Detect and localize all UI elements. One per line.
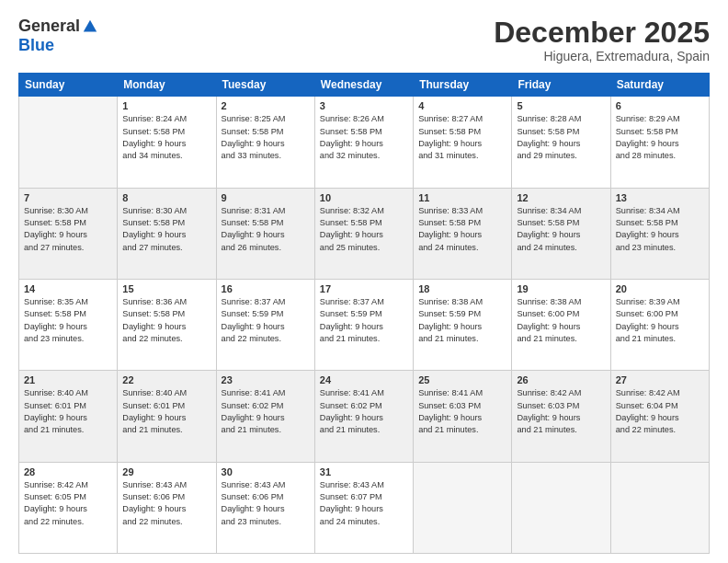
table-row: 28Sunrise: 8:42 AM Sunset: 6:05 PM Dayli… — [19, 462, 118, 553]
day-info: Sunrise: 8:39 AM Sunset: 6:00 PM Dayligh… — [616, 296, 704, 345]
table-row: 18Sunrise: 8:38 AM Sunset: 5:59 PM Dayli… — [414, 279, 512, 370]
day-number: 2 — [222, 100, 310, 111]
day-number: 26 — [517, 374, 605, 385]
table-row: 5Sunrise: 8:28 AM Sunset: 5:58 PM Daylig… — [512, 97, 610, 188]
day-info: Sunrise: 8:37 AM Sunset: 5:59 PM Dayligh… — [320, 296, 408, 345]
day-number: 6 — [616, 100, 704, 111]
day-number: 5 — [517, 100, 605, 111]
day-number: 16 — [222, 283, 310, 294]
logo-blue-text: Blue — [18, 36, 54, 55]
day-info: Sunrise: 8:43 AM Sunset: 6:06 PM Dayligh… — [222, 479, 310, 528]
day-number: 3 — [320, 100, 408, 111]
location: Higuera, Extremadura, Spain — [494, 49, 710, 63]
day-info: Sunrise: 8:41 AM Sunset: 6:02 PM Dayligh… — [222, 387, 310, 436]
calendar-week-row: 14Sunrise: 8:35 AM Sunset: 5:58 PM Dayli… — [19, 279, 710, 370]
table-row: 1Sunrise: 8:24 AM Sunset: 5:58 PM Daylig… — [118, 97, 216, 188]
table-row — [19, 97, 118, 188]
logo-general: General — [18, 17, 80, 36]
day-info: Sunrise: 8:38 AM Sunset: 6:00 PM Dayligh… — [517, 296, 605, 345]
month-title: December 2025 — [494, 17, 710, 49]
table-row: 15Sunrise: 8:36 AM Sunset: 5:58 PM Dayli… — [118, 279, 216, 370]
table-row: 30Sunrise: 8:43 AM Sunset: 6:06 PM Dayli… — [216, 462, 314, 553]
table-row: 14Sunrise: 8:35 AM Sunset: 5:58 PM Dayli… — [19, 279, 118, 370]
day-info: Sunrise: 8:38 AM Sunset: 5:59 PM Dayligh… — [418, 296, 506, 345]
table-row — [414, 462, 512, 553]
calendar-table: Sunday Monday Tuesday Wednesday Thursday… — [18, 73, 710, 554]
day-info: Sunrise: 8:43 AM Sunset: 6:07 PM Dayligh… — [320, 479, 408, 528]
day-info: Sunrise: 8:30 AM Sunset: 5:58 PM Dayligh… — [122, 205, 210, 254]
day-info: Sunrise: 8:36 AM Sunset: 5:58 PM Dayligh… — [122, 296, 210, 345]
day-info: Sunrise: 8:33 AM Sunset: 5:58 PM Dayligh… — [418, 205, 506, 254]
calendar-week-row: 7Sunrise: 8:30 AM Sunset: 5:58 PM Daylig… — [19, 188, 710, 279]
table-row: 4Sunrise: 8:27 AM Sunset: 5:58 PM Daylig… — [414, 97, 512, 188]
day-number: 15 — [122, 283, 210, 294]
table-row: 13Sunrise: 8:34 AM Sunset: 5:58 PM Dayli… — [610, 188, 709, 279]
table-row: 11Sunrise: 8:33 AM Sunset: 5:58 PM Dayli… — [414, 188, 512, 279]
logo-icon — [82, 18, 98, 35]
table-row: 26Sunrise: 8:42 AM Sunset: 6:03 PM Dayli… — [512, 371, 610, 462]
table-row — [610, 462, 709, 553]
day-info: Sunrise: 8:32 AM Sunset: 5:58 PM Dayligh… — [320, 205, 408, 254]
header: General Blue December 2025 Higuera, Extr… — [18, 17, 710, 63]
logo-text: General — [18, 17, 98, 36]
day-number: 12 — [517, 192, 605, 203]
col-monday: Monday — [118, 74, 216, 97]
day-number: 30 — [222, 466, 310, 477]
table-row: 29Sunrise: 8:43 AM Sunset: 6:06 PM Dayli… — [118, 462, 216, 553]
table-row: 6Sunrise: 8:29 AM Sunset: 5:58 PM Daylig… — [610, 97, 709, 188]
table-row: 20Sunrise: 8:39 AM Sunset: 6:00 PM Dayli… — [610, 279, 709, 370]
logo: General Blue — [18, 17, 98, 55]
day-number: 22 — [122, 374, 210, 385]
page: General Blue December 2025 Higuera, Extr… — [0, 0, 728, 563]
table-row: 7Sunrise: 8:30 AM Sunset: 5:58 PM Daylig… — [19, 188, 118, 279]
day-number: 21 — [24, 374, 112, 385]
day-info: Sunrise: 8:24 AM Sunset: 5:58 PM Dayligh… — [122, 113, 210, 162]
table-row: 24Sunrise: 8:41 AM Sunset: 6:02 PM Dayli… — [314, 371, 413, 462]
day-info: Sunrise: 8:43 AM Sunset: 6:06 PM Dayligh… — [122, 479, 210, 528]
col-wednesday: Wednesday — [314, 74, 413, 97]
day-number: 9 — [222, 192, 310, 203]
table-row: 27Sunrise: 8:42 AM Sunset: 6:04 PM Dayli… — [610, 371, 709, 462]
day-number: 7 — [24, 192, 112, 203]
day-info: Sunrise: 8:34 AM Sunset: 5:58 PM Dayligh… — [616, 205, 704, 254]
day-info: Sunrise: 8:35 AM Sunset: 5:58 PM Dayligh… — [24, 296, 112, 345]
day-info: Sunrise: 8:40 AM Sunset: 6:01 PM Dayligh… — [24, 387, 112, 436]
day-info: Sunrise: 8:30 AM Sunset: 5:58 PM Dayligh… — [24, 205, 112, 254]
calendar-week-row: 21Sunrise: 8:40 AM Sunset: 6:01 PM Dayli… — [19, 371, 710, 462]
calendar-week-row: 28Sunrise: 8:42 AM Sunset: 6:05 PM Dayli… — [19, 462, 710, 553]
day-info: Sunrise: 8:41 AM Sunset: 6:03 PM Dayligh… — [418, 387, 506, 436]
day-info: Sunrise: 8:26 AM Sunset: 5:58 PM Dayligh… — [320, 113, 408, 162]
day-number: 20 — [616, 283, 704, 294]
day-number: 18 — [418, 283, 506, 294]
day-number: 27 — [616, 374, 704, 385]
day-number: 11 — [418, 192, 506, 203]
day-number: 24 — [320, 374, 408, 385]
day-number: 23 — [222, 374, 310, 385]
day-number: 14 — [24, 283, 112, 294]
title-block: December 2025 Higuera, Extremadura, Spai… — [494, 17, 710, 63]
day-info: Sunrise: 8:28 AM Sunset: 5:58 PM Dayligh… — [517, 113, 605, 162]
day-number: 31 — [320, 466, 408, 477]
table-row: 2Sunrise: 8:25 AM Sunset: 5:58 PM Daylig… — [216, 97, 314, 188]
calendar-week-row: 1Sunrise: 8:24 AM Sunset: 5:58 PM Daylig… — [19, 97, 710, 188]
day-info: Sunrise: 8:25 AM Sunset: 5:58 PM Dayligh… — [222, 113, 310, 162]
day-number: 1 — [122, 100, 210, 111]
day-info: Sunrise: 8:29 AM Sunset: 5:58 PM Dayligh… — [616, 113, 704, 162]
day-info: Sunrise: 8:34 AM Sunset: 5:58 PM Dayligh… — [517, 205, 605, 254]
day-number: 17 — [320, 283, 408, 294]
day-number: 13 — [616, 192, 704, 203]
table-row: 17Sunrise: 8:37 AM Sunset: 5:59 PM Dayli… — [314, 279, 413, 370]
day-info: Sunrise: 8:37 AM Sunset: 5:59 PM Dayligh… — [222, 296, 310, 345]
col-tuesday: Tuesday — [216, 74, 314, 97]
day-number: 8 — [122, 192, 210, 203]
col-saturday: Saturday — [610, 74, 709, 97]
table-row: 21Sunrise: 8:40 AM Sunset: 6:01 PM Dayli… — [19, 371, 118, 462]
table-row: 12Sunrise: 8:34 AM Sunset: 5:58 PM Dayli… — [512, 188, 610, 279]
table-row: 9Sunrise: 8:31 AM Sunset: 5:58 PM Daylig… — [216, 188, 314, 279]
table-row: 16Sunrise: 8:37 AM Sunset: 5:59 PM Dayli… — [216, 279, 314, 370]
table-row — [512, 462, 610, 553]
calendar-header-row: Sunday Monday Tuesday Wednesday Thursday… — [19, 74, 710, 97]
day-info: Sunrise: 8:31 AM Sunset: 5:58 PM Dayligh… — [222, 205, 310, 254]
day-info: Sunrise: 8:41 AM Sunset: 6:02 PM Dayligh… — [320, 387, 408, 436]
table-row: 8Sunrise: 8:30 AM Sunset: 5:58 PM Daylig… — [118, 188, 216, 279]
